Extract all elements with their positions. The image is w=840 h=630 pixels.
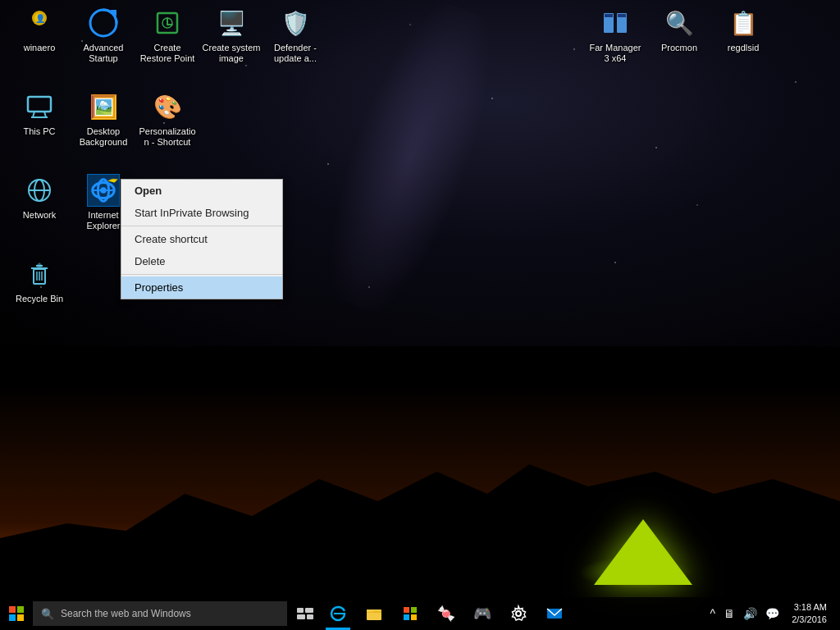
advanced-startup-icon-img — [87, 7, 120, 39]
svg-rect-38 — [411, 607, 417, 613]
this-pc-icon-img — [23, 90, 56, 123]
create-restore-label: Create Restore Point — [138, 43, 197, 64]
taskbar-pin-settings[interactable] — [500, 597, 536, 630]
taskbar-pin-candy[interactable]: 🍬 — [428, 597, 464, 630]
svg-rect-29 — [9, 614, 16, 621]
svg-point-5 — [162, 18, 172, 28]
recycle-bin-label: Recycle Bin — [16, 294, 63, 304]
desktop-icon-desktop-bg[interactable]: 🖼️ Desktop Background — [74, 90, 133, 148]
puzzle-icon: 🎮 — [473, 605, 491, 623]
desktop-icon-create-system-image[interactable]: 🖥️ Create system image — [202, 7, 261, 64]
create-restore-img — [151, 7, 184, 39]
recycle-bin-img — [23, 258, 56, 290]
this-pc-label: This PC — [23, 126, 55, 137]
taskbar-pin-edge[interactable] — [320, 597, 356, 630]
clock-time: 3:18 AM — [792, 601, 827, 614]
this-pc-img — [23, 90, 56, 123]
ctx-item-shortcut[interactable]: Create shortcut — [121, 228, 282, 250]
create-system-image-img: 🖥️ — [215, 7, 248, 39]
svg-rect-33 — [297, 614, 305, 619]
system-tray: ^ 🖥 🔊 💬 3:18 AM 2/3/2016 — [708, 597, 840, 630]
ctx-separator-sep2 — [121, 274, 282, 275]
defender-img: 🛡️ — [279, 7, 312, 39]
explorer-icon — [365, 605, 383, 623]
internet-explorer-icon-img — [87, 174, 120, 207]
desktop-bg-label: Desktop Background — [74, 126, 133, 148]
start-button[interactable] — [0, 597, 33, 630]
desktop-icon-create-restore[interactable]: Create Restore Point — [138, 7, 197, 64]
network-label: Network — [23, 210, 56, 221]
taskbar-pin-puzzle[interactable]: 🎮 — [464, 597, 500, 630]
desktop-icon-defender[interactable]: 🛡️ Defender - update a... — [266, 7, 325, 64]
procmon-icon-img: 🔍 — [663, 7, 696, 39]
desktop: 👤 winaero Advanced Startup Create Restor… — [0, 0, 840, 630]
svg-rect-8 — [605, 14, 613, 17]
advanced-startup-label: Advanced Startup — [74, 43, 133, 64]
taskbar-pin-explorer[interactable] — [356, 597, 392, 630]
svg-rect-30 — [17, 614, 24, 621]
ctx-item-properties[interactable]: Properties — [121, 276, 282, 299]
notification-icon[interactable]: 💬 — [763, 607, 782, 620]
ctx-separator-sep1 — [121, 226, 282, 226]
svg-point-41 — [516, 611, 521, 616]
winaero-label: winaero — [24, 43, 56, 53]
create-system-image-label: Create system image — [202, 43, 261, 64]
create-restore-icon-img — [151, 7, 184, 39]
desktop-icon-personalization[interactable]: 🎨 Personalization - Shortcut — [138, 90, 197, 148]
clock[interactable]: 3:18 AM 2/3/2016 — [785, 601, 833, 627]
volume-icon[interactable]: 🔊 — [741, 607, 760, 620]
far-manager-icon-img — [599, 7, 632, 39]
svg-rect-27 — [9, 606, 16, 613]
task-view-icon — [297, 608, 313, 619]
defender-label: Defender - update a... — [266, 43, 325, 64]
svg-text:👤: 👤 — [35, 13, 46, 24]
recycle-bin-icon-img — [23, 258, 56, 290]
desktop-icon-procmon[interactable]: 🔍 Procmon — [650, 7, 709, 53]
tray-expand[interactable]: ^ — [708, 607, 719, 620]
taskbar-pin-outlook[interactable] — [536, 597, 573, 630]
store-icon — [401, 605, 419, 623]
defender-icon-img: 🛡️ — [279, 7, 312, 39]
taskbar-pinned: 🍬🎮 — [320, 597, 573, 630]
desktop-icon-advanced-startup[interactable]: Advanced Startup — [74, 7, 133, 64]
search-icon: 🔍 — [41, 608, 54, 620]
svg-rect-39 — [404, 614, 409, 620]
tent — [594, 511, 692, 585]
create-system-image-icon-img: 🖥️ — [215, 7, 248, 39]
taskbar-pin-store[interactable] — [392, 597, 428, 630]
desktop-bg-icon-img: 🖼️ — [87, 90, 120, 123]
desktop-icon-recycle-bin[interactable]: Recycle Bin — [10, 258, 69, 304]
windows-icon — [9, 606, 24, 621]
task-view-button[interactable] — [290, 597, 320, 630]
taskbar: 🔍 Search the web and Windows 🍬🎮 — [0, 597, 840, 630]
procmon-label: Procmon — [661, 43, 697, 53]
desktop-icon-winaero[interactable]: 👤 winaero — [10, 7, 69, 53]
ctx-item-private[interactable]: Start InPrivate Browsing — [121, 202, 282, 224]
far-manager-label: Far Manager 3 x64 — [586, 43, 645, 64]
network-icon-img — [23, 174, 56, 207]
svg-rect-10 — [28, 97, 51, 112]
procmon-img: 🔍 — [663, 7, 696, 39]
ctx-item-delete[interactable]: Delete — [121, 250, 282, 272]
svg-rect-31 — [297, 608, 304, 613]
regdlsid-label: regdlsid — [728, 43, 760, 53]
edge-icon — [329, 605, 347, 623]
desktop-bg-img: 🖼️ — [87, 90, 120, 123]
desktop-icon-far-manager[interactable]: Far Manager 3 x64 — [586, 7, 645, 64]
regdlsid-img: 📋 — [727, 7, 760, 39]
svg-rect-40 — [411, 614, 417, 620]
winaero-icon-img: 👤 — [23, 7, 56, 39]
personalization-img: 🎨 — [151, 90, 184, 123]
network-tray-icon[interactable]: 🖥 — [721, 607, 737, 620]
far-manager-img — [599, 7, 632, 39]
clock-date: 2/3/2016 — [792, 614, 827, 626]
settings-icon — [509, 605, 527, 623]
svg-rect-37 — [404, 607, 409, 613]
desktop-icon-this-pc[interactable]: This PC — [10, 90, 69, 137]
svg-rect-34 — [307, 614, 313, 619]
desktop-icon-network[interactable]: Network — [10, 174, 69, 221]
ctx-item-open[interactable]: Open — [121, 180, 282, 202]
search-box[interactable]: 🔍 Search the web and Windows — [33, 601, 287, 626]
desktop-icon-regdlsid[interactable]: 📋 regdlsid — [714, 7, 773, 53]
outlook-icon — [546, 605, 564, 623]
